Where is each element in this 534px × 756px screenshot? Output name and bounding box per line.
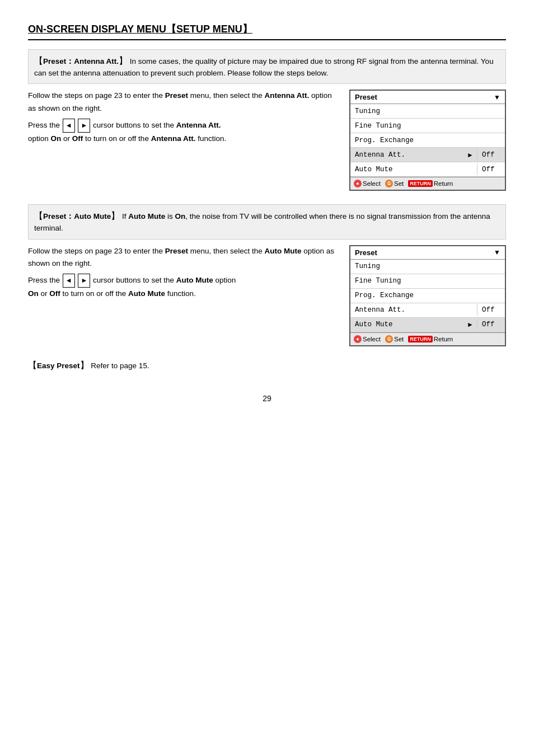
section2-intro-label: Preset：Auto Mute (43, 212, 111, 220)
menu2-title: Preset (355, 248, 377, 257)
set-circle-icon-1: ① (385, 180, 393, 187)
menu1-title: Preset (355, 93, 377, 101)
right-cursor-btn-1: ► (78, 119, 90, 132)
left-cursor-btn-1: ◄ (63, 119, 75, 132)
section2-menu-panel: Preset ▼ Tuning Fine Tuning Prog. Exchan… (349, 245, 506, 346)
section-antenna-att: 【Preset：Antenna Att.】 In some cases, the… (28, 49, 506, 191)
section2-intro: 【Preset：Auto Mute】 If Auto Mute is On, t… (28, 204, 506, 239)
menu1-select-label: Select (363, 180, 381, 187)
easy-preset-bracket-open: 【 (28, 360, 37, 370)
menu2-row-4: Auto Mute ► Off (350, 318, 505, 332)
menu1-row-1: Fine Tuning (350, 119, 505, 133)
bracket-close-1: 】 (119, 56, 128, 65)
menu1-select: ● Select (354, 180, 381, 187)
menu2-down-arrow: ▼ (494, 248, 500, 256)
menu2-arrow-4: ► (463, 321, 477, 328)
menu1-label-2: Prog. Exchange (350, 135, 505, 146)
menu2-return-label: Return (434, 336, 453, 342)
left-cursor-btn-2: ◄ (63, 274, 75, 287)
menu1-header: Preset ▼ (350, 91, 505, 104)
section2-para1: Follow the steps on page 23 to enter the… (28, 245, 338, 271)
right-cursor-btn-2: ► (78, 274, 90, 287)
page-title: ON-SCREEN DISPLAY MENU【SETUP MENU】 (28, 22, 506, 40)
menu1-label-1: Fine Tuning (350, 120, 505, 132)
menu1-row-3: Antenna Att. ► Off (350, 148, 505, 162)
menu2-label-3: Antenna Att. (350, 304, 477, 316)
section-easy-preset: 【Easy Preset】 Refer to page 15. (28, 360, 506, 372)
section1-content: Follow the steps on page 23 to enter the… (28, 90, 506, 191)
bracket-close-2: 】 (111, 211, 120, 220)
menu2-value-3: Off (477, 304, 505, 316)
section1-intro: 【Preset：Antenna Att.】 In some cases, the… (28, 49, 506, 84)
menu2-label-1: Fine Tuning (350, 275, 505, 287)
menu1-row-4: Auto Mute Off (350, 162, 505, 177)
section-auto-mute: 【Preset：Auto Mute】 If Auto Mute is On, t… (28, 204, 506, 346)
menu2-select: ● Select (354, 335, 381, 343)
menu2-label-4: Auto Mute (350, 319, 463, 330)
section1-menu-panel: Preset ▼ Tuning Fine Tuning Prog. Exchan… (349, 90, 506, 191)
bracket-open-2: 【 (34, 211, 43, 220)
select-circle-icon-1: ● (354, 180, 362, 187)
return-badge-1: RETURN (408, 180, 433, 187)
menu2-row-2: Prog. Exchange (350, 289, 505, 303)
menu2-row-3: Antenna Att. Off (350, 303, 505, 318)
section1-para1: Follow the steps on page 23 to enter the… (28, 90, 338, 115)
easy-preset-bracket-close: 】 (80, 360, 89, 370)
menu1-footer: ● Select ① Set RETURN Return (350, 177, 505, 190)
bracket-open-1: 【 (34, 56, 43, 65)
easy-preset-label: Easy Preset (37, 361, 80, 370)
menu1-value-4: Off (477, 164, 505, 175)
page-number: 29 (28, 394, 506, 403)
menu2-row-0: Tuning (350, 260, 505, 274)
menu1-label-0: Tuning (350, 106, 505, 117)
menu2-header: Preset ▼ (350, 246, 505, 260)
menu1-row-2: Prog. Exchange (350, 133, 505, 148)
section1-text: Follow the steps on page 23 to enter the… (28, 90, 338, 145)
section2-text: Follow the steps on page 23 to enter the… (28, 245, 338, 300)
menu1-arrow-3: ► (463, 151, 477, 159)
menu1-down-arrow: ▼ (494, 93, 500, 101)
easy-preset-text: Refer to page 15. (89, 361, 149, 370)
section2-para2: Press the ◄ ► cursor buttons to set the … (28, 274, 338, 300)
menu1-label-4: Auto Mute (350, 164, 477, 175)
menu2-value-4: Off (477, 319, 505, 330)
set-circle-icon-2: ① (385, 335, 393, 343)
menu1-return-label: Return (434, 180, 453, 187)
section2-content: Follow the steps on page 23 to enter the… (28, 245, 506, 346)
menu2-footer: ● Select ① Set RETURN Return (350, 332, 505, 345)
menu2-set: ① Set (385, 335, 404, 343)
menu1-row-0: Tuning (350, 104, 505, 119)
section1-para2: Press the ◄ ► cursor buttons to set the … (28, 119, 338, 145)
menu2-row-1: Fine Tuning (350, 274, 505, 289)
menu2-set-label: Set (394, 336, 404, 342)
menu2-select-label: Select (363, 336, 381, 342)
menu1-return: RETURN Return (408, 180, 453, 187)
select-circle-icon-2: ● (354, 335, 362, 343)
return-badge-2: RETURN (408, 336, 433, 342)
menu2-label-0: Tuning (350, 261, 505, 272)
menu1-set-label: Set (394, 180, 404, 187)
menu1-label-3: Antenna Att. (350, 149, 463, 161)
menu2-label-2: Prog. Exchange (350, 290, 505, 301)
section1-intro-label: Preset：Antenna Att. (43, 57, 119, 65)
menu2-return: RETURN Return (408, 336, 453, 342)
menu1-value-3: Off (477, 149, 505, 161)
menu1-set: ① Set (385, 180, 404, 187)
